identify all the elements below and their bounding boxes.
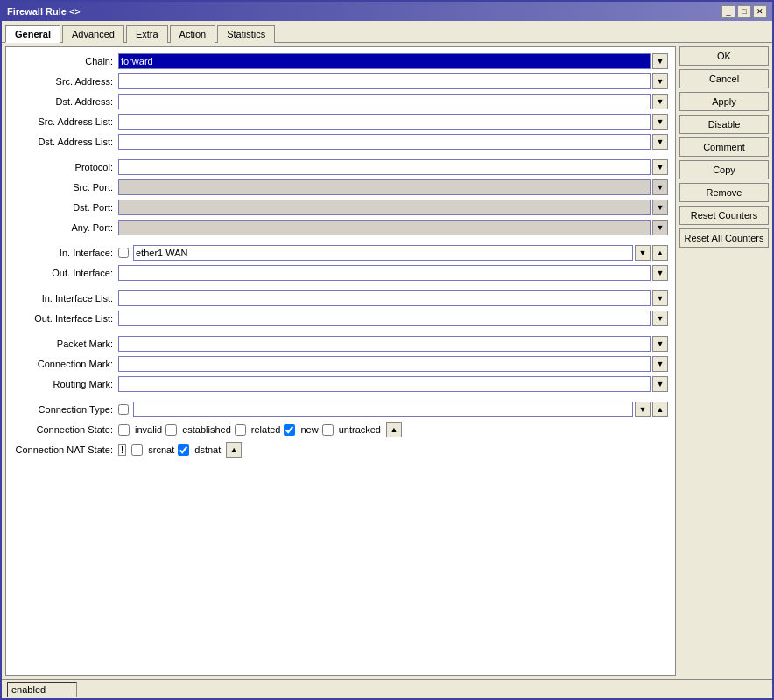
connection-type-input[interactable]: [133, 402, 633, 417]
reset-counters-button[interactable]: Reset Counters: [679, 206, 769, 225]
out-interface-list-input[interactable]: [118, 311, 651, 326]
in-interface-row: In. Interface: ▼ ▲: [13, 244, 668, 262]
in-interface-list-row: In. Interface List: ▼: [13, 290, 668, 307]
packet-mark-input-area: ▼: [118, 336, 668, 352]
nat-state-dstnat-checkbox[interactable]: [178, 444, 189, 456]
src-address-input[interactable]: [118, 74, 651, 89]
state-new-label: new: [300, 424, 318, 435]
maximize-button[interactable]: □: [737, 5, 751, 18]
in-interface-checkbox[interactable]: [118, 248, 129, 258]
state-related-checkbox[interactable]: [235, 424, 246, 436]
minimize-button[interactable]: _: [721, 5, 735, 18]
tab-extra[interactable]: Extra: [126, 25, 168, 43]
packet-mark-label: Packet Mark:: [13, 339, 118, 349]
tab-statistics[interactable]: Statistics: [217, 25, 275, 43]
packet-mark-dropdown-btn[interactable]: ▼: [652, 336, 668, 352]
tabs-bar: General Advanced Extra Action Statistics: [2, 21, 772, 43]
src-port-row: Src. Port: ▼: [13, 178, 668, 196]
connection-state-row: Connection State: invalid established re…: [13, 421, 668, 438]
dst-address-input-area: ▼: [118, 94, 668, 109]
state-new-checkbox[interactable]: [284, 424, 295, 436]
out-interface-list-dropdown-btn[interactable]: ▼: [652, 311, 668, 326]
protocol-row: Protocol: ▼: [13, 158, 668, 176]
any-port-input[interactable]: [118, 220, 651, 235]
tab-action[interactable]: Action: [170, 25, 216, 43]
connection-state-input-area: invalid established related new untracke…: [118, 422, 668, 438]
connection-type-label: Connection Type:: [13, 404, 118, 415]
connection-type-up-btn[interactable]: ▲: [652, 402, 668, 417]
dst-address-list-dropdown-btn[interactable]: ▼: [652, 134, 668, 150]
connection-nat-state-up-btn[interactable]: ▲: [226, 442, 242, 458]
connection-type-dropdown-btn[interactable]: ▼: [635, 402, 651, 417]
nat-state-dstnat-label: dstnat: [194, 444, 221, 455]
cancel-button[interactable]: Cancel: [679, 69, 769, 88]
any-port-label: Any. Port:: [13, 222, 118, 233]
state-invalid-checkbox[interactable]: [118, 424, 130, 436]
in-interface-up-btn[interactable]: ▲: [652, 245, 668, 261]
state-related-label: related: [251, 424, 281, 435]
copy-button[interactable]: Copy: [679, 160, 769, 179]
in-interface-list-input[interactable]: [118, 290, 651, 306]
src-port-input[interactable]: [118, 179, 651, 195]
in-interface-list-input-area: ▼: [118, 290, 668, 306]
src-address-dropdown-btn[interactable]: ▼: [652, 74, 668, 89]
src-address-label: Src. Address:: [13, 76, 118, 87]
tab-advanced[interactable]: Advanced: [62, 25, 124, 43]
src-port-input-area: ▼: [118, 179, 668, 195]
src-address-list-input[interactable]: [118, 114, 651, 130]
in-interface-dropdown-btn[interactable]: ▼: [635, 245, 651, 261]
routing-mark-label: Routing Mark:: [13, 379, 118, 389]
out-interface-label: Out. Interface:: [13, 268, 118, 278]
dst-address-label: Dst. Address:: [13, 96, 118, 107]
out-interface-row: Out. Interface: ▼: [13, 264, 668, 282]
routing-mark-row: Routing Mark: ▼: [13, 375, 668, 393]
side-panel: OK Cancel Apply Disable Comment Copy Rem…: [676, 43, 772, 679]
connection-state-up-btn[interactable]: ▲: [386, 422, 402, 438]
disable-button[interactable]: Disable: [679, 115, 769, 134]
dst-address-list-input[interactable]: [118, 134, 651, 150]
in-interface-input[interactable]: [133, 245, 633, 261]
chain-dropdown-btn[interactable]: ▼: [652, 53, 668, 69]
protocol-dropdown-btn[interactable]: ▼: [652, 159, 668, 175]
connection-type-checkbox[interactable]: [118, 404, 129, 415]
dst-port-input-area: ▼: [118, 200, 668, 215]
out-interface-input[interactable]: [118, 265, 651, 281]
connection-mark-label: Connection Mark:: [13, 359, 118, 369]
protocol-label: Protocol:: [13, 162, 118, 172]
chain-input[interactable]: [118, 53, 651, 69]
state-untracked-label: untracked: [339, 424, 381, 435]
status-text: enabled: [7, 682, 77, 697]
protocol-input[interactable]: [118, 159, 651, 175]
state-established-checkbox[interactable]: [165, 424, 177, 436]
dst-address-input[interactable]: [118, 94, 651, 109]
dst-address-list-row: Dst. Address List: ▼: [13, 133, 668, 150]
connection-type-input-area: ▼ ▲: [118, 402, 668, 417]
remove-button[interactable]: Remove: [679, 183, 769, 202]
state-untracked-checkbox[interactable]: [322, 424, 334, 436]
dst-address-row: Dst. Address: ▼: [13, 93, 668, 110]
connection-mark-input[interactable]: [118, 356, 651, 372]
routing-mark-dropdown-btn[interactable]: ▼: [652, 376, 668, 392]
nat-state-srcnat-checkbox[interactable]: [131, 444, 143, 456]
nat-state-bang: !: [118, 444, 126, 456]
comment-button[interactable]: Comment: [679, 137, 769, 157]
connection-nat-state-items: ! srcnat dstnat: [118, 444, 221, 456]
dst-port-input[interactable]: [118, 200, 651, 215]
ok-button[interactable]: OK: [679, 46, 769, 66]
reset-all-counters-button[interactable]: Reset All Counters: [679, 228, 769, 248]
apply-button[interactable]: Apply: [679, 92, 769, 111]
status-label: enabled: [11, 684, 46, 695]
out-interface-dropdown-btn[interactable]: ▼: [652, 265, 668, 281]
connection-mark-dropdown-btn[interactable]: ▼: [652, 356, 668, 372]
src-address-list-row: Src. Address List: ▼: [13, 113, 668, 130]
close-button[interactable]: ✕: [753, 5, 767, 18]
in-interface-list-dropdown-btn[interactable]: ▼: [652, 290, 668, 306]
src-address-list-dropdown-btn[interactable]: ▼: [652, 114, 668, 130]
routing-mark-input[interactable]: [118, 376, 651, 392]
dst-address-dropdown-btn[interactable]: ▼: [652, 94, 668, 109]
any-port-input-area: ▼: [118, 220, 668, 235]
chain-label: Chain:: [13, 56, 118, 66]
packet-mark-input[interactable]: [118, 336, 651, 352]
dst-address-list-label: Dst. Address List:: [13, 136, 118, 147]
tab-general[interactable]: General: [5, 25, 60, 43]
